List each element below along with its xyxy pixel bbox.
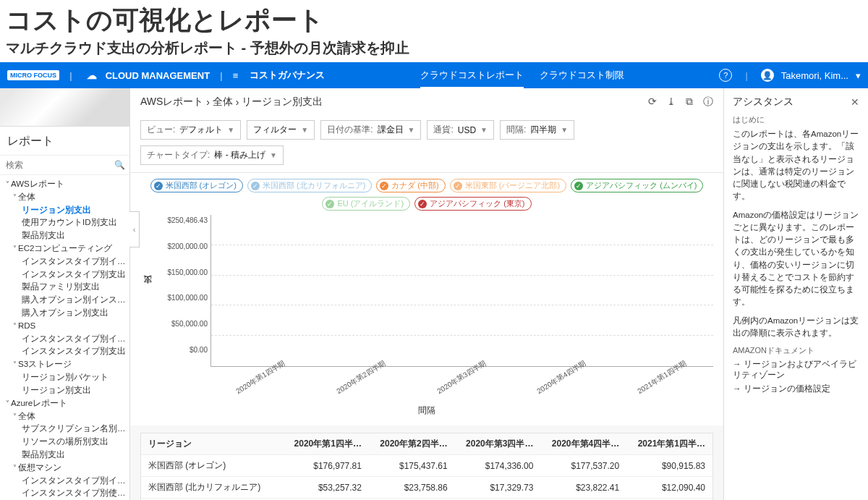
tree-node[interactable]: インスタンスタイプ別インス (3, 333, 127, 346)
user-name[interactable]: Takemori, Kim... (781, 70, 848, 81)
tree-node[interactable]: リージョン別支出 (3, 384, 127, 397)
currency-dropdown[interactable]: 通貨:USD▼ (427, 120, 494, 140)
legend-item[interactable]: ✓アジアパシフィック (ムンバイ) (571, 179, 703, 192)
tree-node[interactable]: リージョン別支出 (3, 204, 127, 217)
filter-bar: ビュー:デフォルト▼ フィルター▼ 日付の基準:課金日▼ 通貨:USD▼ 間隔:… (130, 116, 723, 173)
table-header[interactable]: 2021年第1四半… (626, 433, 712, 455)
tree-node[interactable]: 製品別支出 (3, 449, 127, 462)
page-subtitle: マルチクラウド支出の分析レポート - 予想外の月次請求を抑止 (0, 38, 868, 62)
chart-legend: ✓米国西部 (オレゴン)✓米国西部 (北カリフォルニア)✓カナダ (中部)✓米国… (140, 177, 713, 215)
breadcrumb-1[interactable]: AWSレポート (140, 96, 203, 109)
sidebar-collapse-button[interactable]: ‹ (129, 211, 140, 247)
main-panel: ‹ AWSレポート › 全体 › リージョン別支出 ⟳ ⤓ ⧉ ⓘ ビュー:デフ… (130, 88, 723, 500)
tree-node[interactable]: インスタンスタイプ別支出 (3, 345, 127, 358)
download-icon[interactable]: ⤓ (667, 96, 676, 109)
chart-panel: ✓米国西部 (オレゴン)✓米国西部 (北カリフォルニア)✓カナダ (中部)✓米国… (130, 173, 723, 425)
tree-node[interactable]: インスタンスタイプ別インス (3, 255, 127, 268)
brand: MICRO FOCUS | ☁ CLOUD MANAGEMENT | ≡ コスト… (7, 69, 325, 82)
tree-node[interactable]: リソースの場所別支出 (3, 436, 127, 449)
product-name: CLOUD MANAGEMENT (106, 70, 210, 81)
nav-tabs: クラウドコストレポートクラウドコスト制限 (420, 63, 624, 88)
breadcrumb-2[interactable]: 全体 (213, 96, 233, 109)
charttype-dropdown[interactable]: チャートタイプ:棒 - 積み上げ▼ (140, 145, 284, 165)
info-icon[interactable]: ⓘ (703, 96, 713, 109)
tree-node[interactable]: 購入オプション別支出 (3, 307, 127, 320)
data-table: リージョン2020年第1四半…2020年第2四半…2020年第3四半…2020年… (140, 433, 713, 500)
interval-dropdown[interactable]: 間隔:四半期▼ (500, 120, 574, 140)
assist-link-2[interactable]: リージョンの価格設定 (733, 384, 859, 394)
close-icon[interactable]: ✕ (851, 96, 859, 108)
help-icon[interactable]: ? (719, 69, 732, 82)
thumbnail-strip (0, 88, 129, 127)
tree-node[interactable]: 全体 (3, 410, 127, 423)
assist-link-1[interactable]: リージョンおよびアベイラビリティゾーン (733, 359, 859, 381)
tree-node[interactable]: 製品別支出 (3, 229, 127, 242)
table-header[interactable]: 2020年第2四半… (369, 433, 455, 455)
table-row[interactable]: 米国西部 (オレゴン)$176,977.81$175,437.61$174,33… (141, 455, 712, 477)
search-input[interactable] (6, 160, 114, 170)
assist-panel: アシスタンス ✕ はじめに このレポートは、各Amazonリージョンの支出を示し… (723, 88, 868, 500)
nav-tab[interactable]: クラウドコストレポート (420, 63, 524, 88)
tree-node[interactable]: 全体 (3, 191, 127, 204)
assist-docs-label: AMAZONドキュメント (733, 345, 859, 356)
avatar-icon[interactable]: 👤 (761, 69, 774, 82)
table-header[interactable]: 2020年第1四半… (283, 433, 369, 455)
assist-intro-label: はじめに (733, 114, 859, 125)
tree-node[interactable]: サブスクリプション名別支出 (3, 423, 127, 436)
page-title: コストの可視化とレポート (0, 0, 868, 38)
tree-node[interactable]: 購入オプション別インスタン (3, 294, 127, 307)
tree-node[interactable]: インスタンスタイプ別支出 (3, 268, 127, 281)
tree-node[interactable]: インスタンスタイプ別使用量 (3, 487, 127, 500)
tree-node[interactable]: AWSレポート (3, 178, 127, 191)
legend-item[interactable]: ✓カナダ (中部) (376, 179, 445, 192)
tree-node[interactable]: リージョン別バケット (3, 371, 127, 384)
tree-node[interactable]: インスタンスタイプ別インス (3, 475, 127, 488)
legend-item[interactable]: ✓EU (アイルランド) (322, 197, 410, 211)
cloud-icon: ☁ (87, 69, 97, 81)
tree-node[interactable]: Azureレポート (3, 397, 127, 410)
tree-node[interactable]: RDS (3, 320, 127, 333)
tree-node[interactable]: 仮想マシン (3, 462, 127, 475)
assist-p2: Amazonの価格設定はリージョンごとに異なります。このレポートは、どのリージョ… (733, 209, 859, 309)
sidebar-title: レポート (0, 127, 129, 156)
table-header[interactable]: 2020年第3四半… (455, 433, 541, 455)
table-header[interactable]: 2020年第4四半… (540, 433, 626, 455)
y-axis-ticks: $250,486.43$200,000.00$150,000.00$100,00… (158, 215, 210, 367)
x-axis-ticks: 2020年第1四半期2020年第2四半期2020年第3四半期2020年第4四半期… (140, 367, 713, 384)
table-row[interactable]: 米国西部 (北カリフォルニア)$53,257.32$23,758.86$17,3… (141, 477, 712, 499)
table-header[interactable]: リージョン (141, 433, 283, 455)
chart-plot (210, 215, 713, 367)
refresh-icon[interactable]: ⟳ (648, 96, 657, 109)
brand-logo: MICRO FOCUS (7, 70, 59, 80)
tree-node[interactable]: 使用アカウントID別支出 (3, 216, 127, 229)
top-bar: MICRO FOCUS | ☁ CLOUD MANAGEMENT | ≡ コスト… (0, 62, 868, 88)
view-dropdown[interactable]: ビュー:デフォルト▼ (140, 120, 241, 140)
module-name: コストガバナンス (250, 69, 325, 82)
breadcrumb-3: リージョン別支出 (242, 96, 323, 109)
nav-tab[interactable]: クラウドコスト制限 (540, 63, 624, 88)
hamburger-icon[interactable]: ≡ (233, 70, 239, 81)
filter-dropdown[interactable]: フィルター▼ (247, 120, 315, 140)
tree-node[interactable]: EC2コンピューティング (3, 242, 127, 255)
assist-title: アシスタンス (733, 96, 793, 109)
copy-icon[interactable]: ⧉ (686, 96, 693, 109)
legend-item[interactable]: ✓米国東部 (バージニア北部) (450, 179, 566, 192)
datebasis-dropdown[interactable]: 日付の基準:課金日▼ (320, 120, 421, 140)
left-sidebar: レポート 🔍 AWSレポート全体リージョン別支出使用アカウントID別支出製品別支… (0, 88, 130, 500)
chevron-down-icon[interactable]: ▾ (856, 70, 861, 81)
legend-item[interactable]: ✓米国西部 (オレゴン) (150, 179, 243, 192)
legend-item[interactable]: ✓アジアパシフィック (東京) (414, 197, 531, 211)
search-icon[interactable]: 🔍 (114, 160, 125, 170)
assist-p3: 凡例内のAmazonリージョンは支出の降順に表示されます。 (733, 315, 859, 340)
legend-item[interactable]: ✓米国西部 (北カリフォルニア) (247, 179, 372, 192)
tree-node[interactable]: 製品ファミリ別支出 (3, 281, 127, 294)
assist-p1: このレポートは、各Amazonリージョンの支出を示します。「該当なし」と表示され… (733, 128, 859, 203)
tree-node[interactable]: S3ストレージ (3, 358, 127, 371)
report-tree: AWSレポート全体リージョン別支出使用アカウントID別支出製品別支出EC2コンピ… (0, 175, 129, 500)
